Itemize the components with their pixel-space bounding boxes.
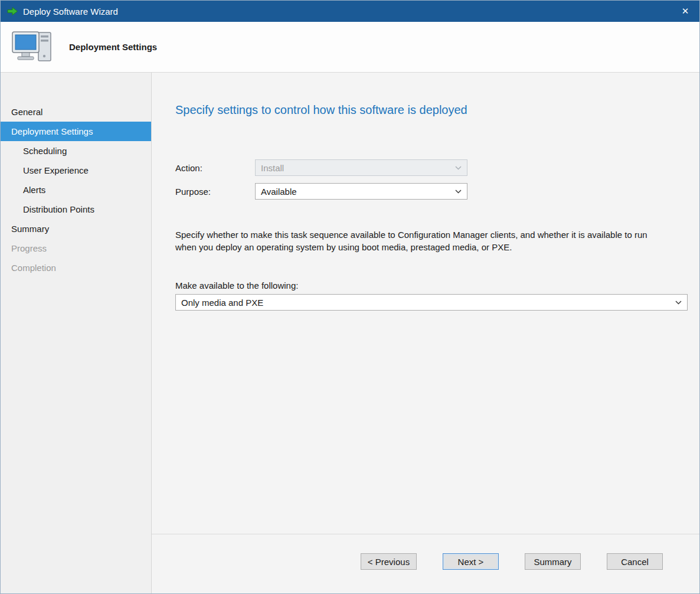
- close-button[interactable]: ✕: [671, 1, 699, 22]
- close-icon: ✕: [682, 6, 689, 17]
- make-available-label: Make available to the following:: [175, 280, 688, 291]
- action-value: Install: [261, 163, 284, 173]
- action-field-row: Action: Install: [175, 159, 688, 176]
- wizard-arrow-icon: [6, 6, 18, 16]
- purpose-value: Available: [261, 187, 297, 197]
- nav-item-user-experience[interactable]: User Experience: [1, 161, 151, 180]
- chevron-down-icon: [455, 190, 462, 194]
- make-available-value: Only media and PXE: [181, 298, 263, 308]
- deploy-software-wizard-window: Deploy Software Wizard ✕ Deployment Sett…: [0, 0, 700, 594]
- action-label: Action:: [175, 163, 255, 173]
- nav-item-completion: Completion: [1, 258, 151, 278]
- previous-button[interactable]: < Previous: [361, 553, 417, 570]
- content-heading: Specify settings to control how this sof…: [175, 103, 688, 117]
- nav-item-alerts[interactable]: Alerts: [1, 180, 151, 200]
- window-title: Deploy Software Wizard: [23, 6, 118, 17]
- wizard-nav: General Deployment Settings Scheduling U…: [1, 73, 152, 593]
- nav-item-scheduling[interactable]: Scheduling: [1, 141, 151, 161]
- deployment-description: Specify whether to make this task sequen…: [175, 229, 659, 253]
- cancel-button[interactable]: Cancel: [607, 553, 663, 570]
- chevron-down-icon: [455, 166, 462, 170]
- action-dropdown: Install: [255, 159, 467, 176]
- content-column: Specify settings to control how this sof…: [152, 73, 699, 593]
- summary-button[interactable]: Summary: [525, 553, 581, 570]
- purpose-label: Purpose:: [175, 187, 255, 197]
- chevron-down-icon: [675, 301, 682, 305]
- purpose-dropdown[interactable]: Available: [255, 183, 467, 200]
- next-button[interactable]: Next >: [443, 553, 499, 570]
- make-available-dropdown[interactable]: Only media and PXE: [175, 294, 688, 311]
- purpose-field-row: Purpose: Available: [175, 183, 688, 200]
- nav-item-summary[interactable]: Summary: [1, 219, 151, 239]
- content-area: Specify settings to control how this sof…: [152, 73, 699, 534]
- nav-item-progress: Progress: [1, 239, 151, 258]
- wizard-footer: < Previous Next > Summary Cancel: [152, 534, 699, 593]
- page-title: Deployment Settings: [69, 42, 157, 52]
- nav-item-general[interactable]: General: [1, 102, 151, 122]
- wizard-body: General Deployment Settings Scheduling U…: [1, 73, 699, 593]
- computer-icon: [11, 30, 54, 65]
- wizard-header: Deployment Settings: [1, 22, 699, 73]
- nav-item-distribution-points[interactable]: Distribution Points: [1, 200, 151, 219]
- titlebar: Deploy Software Wizard ✕: [1, 1, 699, 22]
- nav-item-deployment-settings[interactable]: Deployment Settings: [1, 122, 151, 141]
